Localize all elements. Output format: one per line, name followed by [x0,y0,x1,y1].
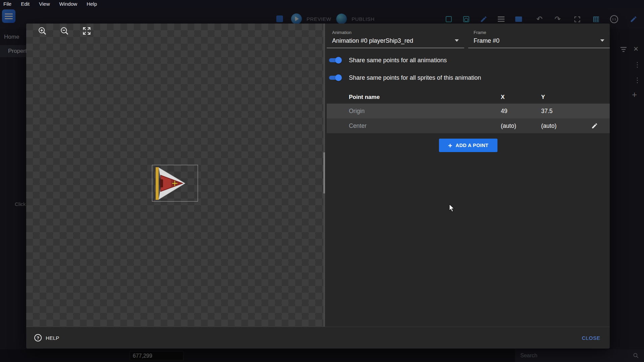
menu-help[interactable]: Help [87,1,97,7]
help-icon: ? [34,334,42,341]
mouse-cursor [449,204,455,213]
frame-select-value: Frame #0 [474,37,499,44]
zoom-out-icon[interactable] [60,26,69,36]
animation-select-value: Animation #0 playerShip3_red [332,37,413,44]
fit-to-screen-icon[interactable] [82,26,91,36]
scrollbar-thumb[interactable] [323,152,325,193]
sprite-canvas[interactable] [26,24,323,327]
point-y-value[interactable]: 37.5 [539,108,579,115]
share-points-all-sprites-row: Share same points for all sprites of thi… [328,71,604,85]
edit-points-dialog: Animation Animation #0 playerShip3_red F… [26,24,610,349]
menu-file[interactable]: File [3,1,11,7]
player-ship-sprite [152,165,198,202]
frame-select[interactable]: Frame Frame #0 [468,27,610,48]
point-y-value[interactable]: (auto) [539,122,579,130]
share-all-animations-toggle[interactable] [328,57,342,64]
add-point-button[interactable]: + ADD A POINT [439,139,497,152]
sprite-frame[interactable] [152,165,198,202]
menu-view[interactable]: View [39,1,50,7]
points-table: Point name X Y Origin 49 37.5 Center (au… [327,90,610,133]
share-points-all-animations-row: Share same points for all animations [328,53,604,67]
chevron-down-icon [455,39,459,42]
toggle-label: Share same points for all sprites of thi… [349,74,481,81]
header-x: X [499,94,539,101]
help-label: HELP [46,335,59,341]
menu-edit[interactable]: Edit [21,1,30,7]
table-row-origin[interactable]: Origin 49 37.5 [327,104,610,118]
zoom-in-icon[interactable] [38,26,47,36]
table-row-center[interactable]: Center (auto) (auto) [327,118,610,133]
header-y: Y [539,94,579,101]
add-point-label: ADD A POINT [456,143,489,148]
help-button[interactable]: ? HELP [34,334,59,341]
header-point-name: Point name [327,94,499,101]
toggle-label: Share same points for all animations [349,57,447,64]
point-x-value[interactable]: (auto) [499,122,539,130]
chevron-down-icon [600,39,604,42]
canvas-scrollbar[interactable] [323,24,325,327]
point-name: Origin [327,108,499,115]
share-all-sprites-toggle[interactable] [328,74,342,81]
point-x-value[interactable]: 49 [499,108,539,115]
menu-bar: File Edit View Window Help [0,0,644,7]
animation-select[interactable]: Animation Animation #0 playerShip3_red [327,27,464,48]
points-pane: Animation Animation #0 playerShip3_red F… [327,24,610,327]
point-name: Center [327,122,499,130]
dialog-footer: ? HELP CLOSE [26,327,610,349]
frame-select-label: Frame [474,30,486,35]
table-header: Point name X Y [327,90,610,104]
menu-window[interactable]: Window [59,1,77,7]
animation-select-label: Animation [332,30,352,35]
close-button[interactable]: CLOSE [578,332,604,344]
edit-pencil-icon[interactable] [591,122,598,129]
plus-icon: + [448,142,452,149]
